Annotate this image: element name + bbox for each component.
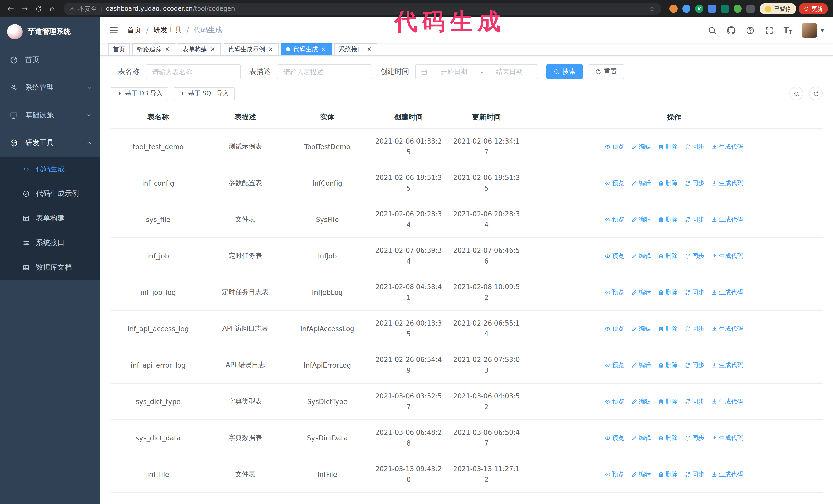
- action-trash[interactable]: 删除: [658, 179, 678, 187]
- action-edit[interactable]: 编辑: [632, 179, 651, 187]
- refresh-table-button[interactable]: [809, 87, 823, 100]
- tab-close-icon[interactable]: ×: [365, 46, 373, 53]
- hamburger-icon[interactable]: [100, 18, 127, 43]
- end-date-placeholder[interactable]: 结束日期: [486, 67, 532, 76]
- action-edit[interactable]: 编辑: [632, 324, 651, 333]
- tab[interactable]: 代码生成 ×: [281, 43, 332, 55]
- action-trash[interactable]: 删除: [658, 215, 678, 224]
- action-trash[interactable]: 删除: [658, 324, 678, 333]
- action-download[interactable]: 生成代码: [712, 179, 743, 187]
- action-download[interactable]: 生成代码: [712, 433, 743, 442]
- tab-close-icon[interactable]: ×: [267, 46, 274, 53]
- action-eye[interactable]: 预览: [605, 324, 624, 333]
- action-sync[interactable]: 同步: [685, 397, 704, 406]
- update-button[interactable]: 更新: [799, 3, 828, 14]
- action-edit[interactable]: 编辑: [632, 397, 651, 406]
- action-sync[interactable]: 同步: [685, 470, 704, 479]
- action-download[interactable]: 生成代码: [712, 361, 743, 369]
- sidebar-item-form-builder[interactable]: 表单构建: [0, 206, 100, 231]
- tab[interactable]: 链路追踪 ×: [132, 43, 175, 55]
- sidebar-item-home[interactable]: 首页: [0, 46, 100, 74]
- tab-close-icon[interactable]: ×: [209, 46, 216, 53]
- action-trash[interactable]: 删除: [658, 251, 678, 260]
- extension-icon[interactable]: [746, 5, 755, 13]
- sidebar-item-db-docs[interactable]: 数据库文档: [0, 255, 100, 280]
- github-icon[interactable]: [727, 26, 736, 35]
- action-edit[interactable]: 编辑: [632, 215, 651, 224]
- reset-button[interactable]: 重置: [588, 64, 624, 79]
- tab[interactable]: 表单构建 ×: [178, 43, 221, 55]
- tab[interactable]: 首页: [108, 43, 130, 55]
- extension-icon[interactable]: [734, 5, 742, 13]
- action-eye[interactable]: 预览: [605, 433, 624, 442]
- import-sql-button[interactable]: 基于 SQL 导入: [174, 87, 235, 100]
- sidebar-item-infrastructure[interactable]: 基础设施: [0, 101, 100, 129]
- action-edit[interactable]: 编辑: [632, 361, 651, 369]
- action-eye[interactable]: 预览: [605, 215, 624, 224]
- action-sync[interactable]: 同步: [685, 361, 704, 369]
- action-eye[interactable]: 预览: [605, 179, 624, 187]
- action-download[interactable]: 生成代码: [712, 324, 743, 333]
- back-icon[interactable]: ←: [5, 3, 17, 14]
- table-name-input[interactable]: [146, 64, 241, 79]
- sidebar-item-codegen[interactable]: 代码生成: [0, 157, 100, 182]
- sidebar-item-system-api[interactable]: 系统接口: [0, 231, 100, 255]
- action-edit[interactable]: 编辑: [632, 288, 651, 296]
- action-download[interactable]: 生成代码: [712, 470, 743, 479]
- action-eye[interactable]: 预览: [605, 288, 624, 296]
- action-trash[interactable]: 删除: [658, 397, 678, 406]
- action-sync[interactable]: 同步: [685, 251, 704, 260]
- action-sync[interactable]: 同步: [685, 324, 704, 333]
- sidebar-item-system[interactable]: 系统管理: [0, 74, 100, 101]
- font-size-icon[interactable]: TT: [784, 26, 792, 35]
- tab[interactable]: 系统接口 ×: [334, 43, 377, 55]
- bookmark-star-icon[interactable]: ☆: [649, 5, 655, 13]
- sidebar-item-codegen-example[interactable]: 代码生成示例: [0, 182, 100, 206]
- action-sync[interactable]: 同步: [685, 433, 704, 442]
- logo[interactable]: 芋道管理系统: [0, 18, 100, 46]
- sidebar-item-devtools[interactable]: 研发工具: [0, 129, 100, 157]
- action-sync[interactable]: 同步: [685, 288, 704, 296]
- action-download[interactable]: 生成代码: [712, 251, 743, 260]
- date-range-picker[interactable]: 开始日期 - 结束日期: [415, 64, 538, 79]
- url-text[interactable]: dashboard.yudao.iocoder.cn/tool/codegen: [106, 5, 645, 12]
- action-edit[interactable]: 编辑: [632, 251, 651, 260]
- action-eye[interactable]: 预览: [605, 397, 624, 406]
- help-icon[interactable]: [745, 26, 755, 35]
- user-menu[interactable]: ▾: [802, 23, 824, 38]
- action-eye[interactable]: 预览: [605, 251, 624, 260]
- tab-close-icon[interactable]: ×: [164, 46, 171, 53]
- address-bar[interactable]: ⚠ 不安全 | dashboard.yudao.iocoder.cn/tool/…: [64, 3, 661, 15]
- action-trash[interactable]: 删除: [658, 142, 678, 151]
- action-eye[interactable]: 预览: [605, 470, 624, 479]
- fullscreen-icon[interactable]: [765, 26, 774, 35]
- toggle-search-button[interactable]: [789, 87, 803, 100]
- security-label[interactable]: 不安全: [78, 4, 97, 13]
- action-download[interactable]: 生成代码: [712, 215, 743, 224]
- action-eye[interactable]: 预览: [605, 361, 624, 369]
- extension-icon[interactable]: [682, 5, 690, 13]
- home-icon[interactable]: ⌂: [47, 3, 58, 14]
- breadcrumb-item[interactable]: 首页: [127, 26, 142, 35]
- action-edit[interactable]: 编辑: [632, 433, 651, 442]
- action-download[interactable]: 生成代码: [712, 397, 743, 406]
- action-eye[interactable]: 预览: [605, 142, 624, 151]
- tab-close-icon[interactable]: ×: [320, 46, 327, 53]
- extension-icon[interactable]: [721, 5, 729, 13]
- breadcrumb-item[interactable]: 研发工具: [153, 26, 182, 35]
- search-button[interactable]: 搜索: [546, 64, 583, 79]
- forward-icon[interactable]: →: [19, 3, 30, 14]
- action-edit[interactable]: 编辑: [632, 142, 651, 151]
- tab[interactable]: 代码生成示例 ×: [223, 43, 279, 55]
- search-icon[interactable]: [708, 26, 717, 35]
- extension-icon[interactable]: V: [695, 5, 703, 13]
- extension-icon[interactable]: [669, 5, 678, 13]
- action-trash[interactable]: 删除: [658, 433, 678, 442]
- action-trash[interactable]: 删除: [658, 361, 678, 369]
- action-download[interactable]: 生成代码: [712, 142, 743, 151]
- action-download[interactable]: 生成代码: [712, 288, 743, 296]
- extension-icon[interactable]: [708, 5, 716, 13]
- import-db-button[interactable]: 基于 DB 导入: [111, 87, 168, 100]
- action-edit[interactable]: 编辑: [632, 470, 651, 479]
- paused-badge[interactable]: 已暂停: [760, 3, 796, 14]
